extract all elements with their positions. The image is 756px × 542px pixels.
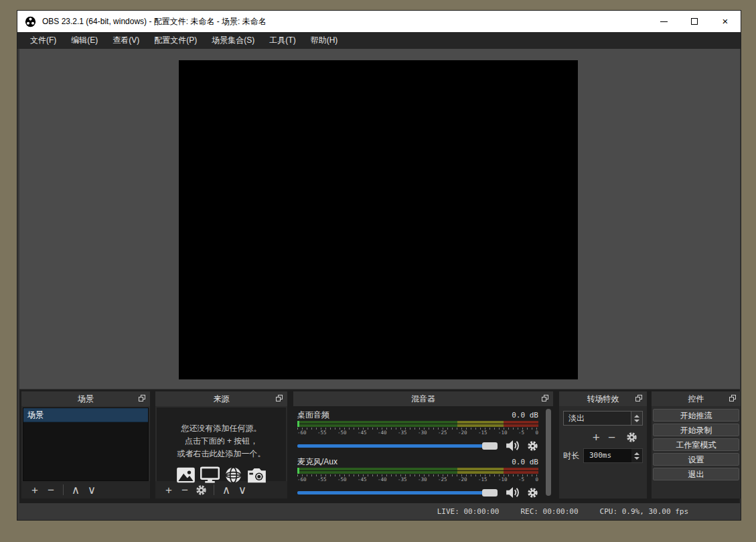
spin-up-icon [634, 452, 639, 455]
scale-tick-label: -45 [358, 430, 367, 436]
obs-logo-icon [25, 16, 36, 27]
menu-item[interactable]: 工具(T) [262, 32, 303, 49]
mute-speaker-icon[interactable] [506, 486, 520, 499]
mixer-channel-desktop-audio: 桌面音频 0.0 dB -60-55-50-45-40-35-30-25-20-… [297, 410, 538, 452]
controls-panel: 控件 开始推流开始录制工作室模式设置退出 [652, 391, 741, 499]
scene-down-button[interactable]: ∨ [84, 484, 100, 496]
mixer-panel: 混音器 桌面音频 0.0 dB [293, 391, 553, 499]
mute-speaker-icon[interactable] [506, 440, 520, 452]
scene-list[interactable]: 场景 [23, 408, 149, 481]
source-up-button[interactable]: ∧ [218, 484, 234, 496]
control-button[interactable]: 设置 [653, 453, 739, 466]
preview-canvas[interactable] [179, 60, 578, 379]
add-source-button[interactable]: + [161, 484, 177, 496]
meter-scale: -60-55-50-45-40-35-30-25-20-15-10-50 [297, 430, 538, 436]
control-button[interactable]: 退出 [653, 468, 739, 480]
source-type-icons [176, 466, 267, 484]
menu-bar: 文件(F)编辑(E)查看(V)配置文件(P)场景集合(S)工具(T)帮助(H) [17, 32, 741, 49]
transitions-panel-header[interactable]: 转场特效 [559, 391, 647, 406]
channel-db-value: 0.0 dB [512, 458, 538, 466]
scale-tick-label: -50 [337, 476, 347, 483]
menu-item[interactable]: 编辑(E) [64, 32, 105, 49]
transition-select[interactable]: 淡出 [563, 411, 643, 426]
float-panel-icon[interactable] [729, 395, 737, 402]
transition-tools: + − [563, 431, 640, 443]
mixer-panel-header[interactable]: 混音器 [293, 391, 553, 406]
control-button[interactable]: 工作室模式 [653, 438, 739, 451]
controls-body: 开始推流开始录制工作室模式设置退出 [652, 406, 741, 499]
float-panel-icon[interactable] [139, 395, 146, 402]
maximize-button[interactable] [679, 11, 710, 32]
scale-tick-label: -30 [418, 430, 427, 436]
remove-scene-button[interactable]: − [43, 484, 59, 496]
float-panel-icon[interactable] [635, 395, 643, 402]
scale-tick-label: -55 [317, 476, 327, 483]
remove-source-button[interactable]: − [177, 484, 193, 496]
volume-meter [297, 468, 538, 474]
control-button[interactable]: 开始推流 [653, 409, 739, 422]
mixer-body: 桌面音频 0.0 dB -60-55-50-45-40-35-30-25-20-… [293, 406, 553, 499]
spin-down-icon [634, 420, 639, 422]
scale-tick-label: -25 [438, 430, 447, 436]
menu-item[interactable]: 文件(F) [23, 32, 64, 49]
duration-spinner[interactable] [631, 449, 642, 462]
status-bar: LIVE: 00:00:00 REC: 00:00:00 CPU: 0.9%, … [17, 503, 741, 520]
controls-panel-header[interactable]: 控件 [652, 391, 741, 406]
menu-item[interactable]: 配置文件(P) [147, 32, 204, 49]
scenes-toolbar: + − ∧ ∨ [21, 481, 150, 499]
duration-label: 时长 [563, 450, 583, 462]
source-down-button[interactable]: ∨ [234, 484, 250, 496]
remove-transition-button[interactable]: − [608, 432, 615, 443]
transitions-body: 淡出 + − [559, 406, 647, 499]
scene-list-item[interactable]: 场景 [23, 408, 148, 422]
float-panel-icon[interactable] [276, 395, 283, 402]
mixer-scrollbar[interactable] [546, 409, 551, 496]
scale-tick-label: -45 [358, 476, 367, 483]
scale-tick-label: -60 [297, 430, 307, 436]
duration-spinbox[interactable]: 300ms [583, 448, 643, 463]
menu-item[interactable]: 场景集合(S) [204, 32, 262, 49]
sources-panel-header[interactable]: 来源 [155, 391, 287, 406]
volume-slider[interactable] [297, 444, 498, 448]
close-button[interactable]: × [710, 11, 741, 32]
scale-tick-label: -30 [418, 476, 427, 483]
scenes-panel: 场景 场景 + − ∧ ∨ [21, 391, 150, 499]
sources-empty-text: 您还没有添加任何源。点击下面的 + 按钮，或者右击此处添加一个。 [177, 422, 266, 460]
title-bar[interactable]: OBS 23.2.1 (64-bit, windows) - 配置文件: 未命名… [17, 11, 741, 32]
scale-tick-label: -15 [478, 476, 487, 483]
volume-slider-handle[interactable] [482, 489, 498, 496]
cpu-fps: CPU: 0.9%, 30.00 fps [600, 507, 688, 516]
transition-properties-gear-icon[interactable] [626, 432, 637, 443]
sources-panel: 来源 您还没有添加任何源。点击下面的 + 按钮，或者右击此处添加一个。 [155, 391, 287, 499]
scale-tick-label: -40 [378, 430, 387, 436]
scale-tick-label: -35 [398, 476, 407, 483]
scale-tick-label: -60 [297, 476, 307, 483]
float-panel-icon[interactable] [542, 395, 549, 402]
dock-area: 场景 场景 + − ∧ ∨ 来源 [19, 389, 740, 504]
scale-tick-label: -20 [458, 430, 467, 436]
preview-area [19, 49, 740, 389]
menu-item[interactable]: 查看(V) [105, 32, 147, 49]
scenes-panel-header[interactable]: 场景 [21, 391, 150, 406]
menu-item[interactable]: 帮助(H) [303, 32, 346, 49]
channel-settings-gear-icon[interactable] [527, 440, 538, 452]
source-properties-gear-icon[interactable] [196, 484, 207, 496]
channel-settings-gear-icon[interactable] [527, 487, 538, 499]
scene-up-button[interactable]: ∧ [68, 484, 84, 496]
minimize-button[interactable] [648, 11, 679, 32]
control-button[interactable]: 开始录制 [653, 424, 739, 436]
add-transition-button[interactable]: + [593, 432, 600, 443]
scale-tick-label: -20 [458, 476, 467, 483]
transition-select-spinner[interactable] [631, 412, 642, 425]
live-time: LIVE: 00:00:00 [437, 507, 500, 516]
maximize-icon [691, 18, 698, 25]
scale-tick-label: -10 [498, 476, 508, 483]
volume-slider[interactable] [297, 491, 498, 494]
duration-value: 300ms [584, 449, 631, 462]
scale-tick-label: -40 [378, 476, 387, 483]
window-title: OBS 23.2.1 (64-bit, windows) - 配置文件: 未命名… [42, 16, 267, 27]
add-scene-button[interactable]: + [27, 484, 43, 496]
camera-source-icon [247, 466, 267, 484]
volume-slider-handle[interactable] [482, 442, 498, 450]
sources-empty-area[interactable]: 您还没有添加任何源。点击下面的 + 按钮，或者右击此处添加一个。 [157, 408, 286, 481]
